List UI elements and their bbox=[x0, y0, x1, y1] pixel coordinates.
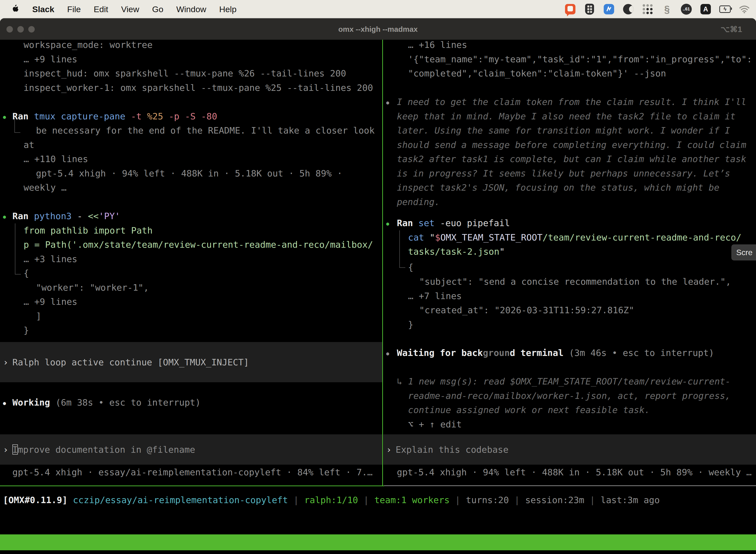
active-app-name[interactable]: Slack bbox=[32, 4, 54, 14]
thinking-line: is in progress? It seems likely but perh… bbox=[397, 166, 730, 181]
json-line: { bbox=[23, 266, 29, 280]
output-line: weekly … bbox=[23, 180, 66, 195]
chat-app-icon[interactable] bbox=[565, 3, 576, 15]
omx-status-bar: [OMX#0.11.9]cczip/essay/ai-reimplementat… bbox=[3, 493, 665, 507]
prompt-input-left[interactable]: ›Improve documentation in @filename bbox=[0, 434, 382, 465]
tmux-status-bar: [omx-cczip0:bash* "MacBook-Pro-44.local"… bbox=[0, 535, 756, 550]
truncation-line: … +9 lines bbox=[23, 295, 77, 309]
prompt-input-right[interactable]: ›Explain this codebase bbox=[383, 434, 756, 465]
thinking-bullet-icon: ● bbox=[386, 95, 397, 110]
prompt-placeholder: mprove documentation in @filename bbox=[18, 445, 195, 455]
model-status-line: gpt-5.4 xhigh · essay/ai-reimplementatio… bbox=[12, 465, 373, 480]
sync-app-icon[interactable] bbox=[603, 3, 615, 15]
mailbox-message-line: continue assigned work or next feasible … bbox=[408, 403, 650, 417]
truncation-line: … +16 lines bbox=[408, 38, 467, 52]
command-line: cat"$OMX_TEAM_STATE_ROOT/team/review-cur… bbox=[408, 230, 741, 245]
mailbox-message-line: readme-and-reco/mailbox/worker-1.json, a… bbox=[408, 389, 731, 403]
turns-counter: turns:20 bbox=[466, 495, 509, 505]
thinking-line: later. Using the same for transition mig… bbox=[397, 123, 730, 138]
output-connector bbox=[399, 230, 405, 268]
edit-shortcut-hint: ⌥ + ↑ edit bbox=[408, 417, 462, 432]
output-line: inspect_hud: omx sparkshell --tmux-pane … bbox=[23, 66, 346, 81]
ralph-loop-banner: ›Ralph loop active continue [OMX_TMUX_IN… bbox=[0, 342, 382, 382]
window-title-bar[interactable]: omx --xhigh --madmax ⌥⌘1 bbox=[0, 18, 756, 40]
json-line: } bbox=[23, 323, 29, 338]
ran-bullet-icon: ● bbox=[3, 210, 12, 224]
inactive-pane-border bbox=[384, 486, 756, 486]
ralph-loop-text: Ralph loop active continue [OMX_TMUX_INJ… bbox=[12, 357, 249, 367]
team-workers: team:1 workers bbox=[374, 495, 449, 505]
output-line: gpt-5.4 xhigh · 94% left · 488K in · 5.1… bbox=[36, 166, 342, 181]
window-shortcut-hint: ⌥⌘1 bbox=[720, 19, 742, 40]
apple-menu-icon[interactable] bbox=[11, 4, 19, 14]
waiting-bullet-icon: ● bbox=[386, 346, 397, 361]
window-title: omx --xhigh --madmax bbox=[0, 19, 756, 40]
prompt-chevron-icon: › bbox=[3, 445, 12, 455]
menu-view[interactable]: View bbox=[121, 4, 139, 14]
working-bullet-icon: ● bbox=[3, 396, 12, 410]
json-line: { bbox=[408, 260, 414, 275]
mailbox-message-line: ↳1 new msg(s): read $OMX_TEAM_STATE_ROOT… bbox=[397, 374, 731, 389]
contrast-app-icon[interactable] bbox=[623, 3, 634, 15]
tmux-pane-right[interactable]: … +16 lines '{"team_name":"my-team","tas… bbox=[383, 40, 756, 486]
model-status-line: gpt-5.4 xhigh · 94% left · 488K in · 5.1… bbox=[397, 465, 752, 480]
omx-session-path: cczip/essay/ai-reimplementation-copyleft bbox=[73, 495, 288, 505]
code-line: from pathlib import Path bbox=[23, 223, 152, 238]
chevron-icon: › bbox=[3, 357, 12, 367]
last-activity: last:3m ago bbox=[601, 495, 659, 505]
truncation-line: … +7 lines bbox=[408, 289, 462, 303]
json-line: } bbox=[408, 318, 414, 332]
thinking-line: should send a message before completing … bbox=[397, 138, 746, 152]
command-line: tasks/task-2.json" bbox=[408, 244, 505, 259]
screen-share-overlay: Scre bbox=[732, 244, 756, 260]
thinking-line: pending. bbox=[397, 195, 440, 209]
tmux-pane-left[interactable]: workspace_mode: worktree … +9 lines insp… bbox=[0, 40, 382, 486]
text-cursor: I bbox=[12, 445, 18, 455]
output-line: "completed","claim_token":"claim-token"}… bbox=[408, 66, 666, 81]
password-shield-icon[interactable] bbox=[584, 3, 595, 15]
json-line: "subject": "send a concise recommendatio… bbox=[419, 275, 731, 289]
ralph-counter: ralph:1/10 bbox=[304, 495, 358, 505]
json-line: "worker": "worker-1", bbox=[36, 280, 149, 295]
output-line: be necessary for the end of the README. … bbox=[36, 123, 375, 138]
thinking-line: keep that in mind. Maybe I also need the… bbox=[397, 109, 736, 124]
wifi-icon[interactable] bbox=[739, 3, 750, 15]
ran-command-line: ●Ranpython3-<<'PY' bbox=[3, 209, 120, 223]
output-line: workspace_mode: worktree bbox=[23, 38, 152, 52]
json-line: "created_at": "2026-03-31T11:59:27.816Z" bbox=[419, 303, 634, 318]
letter-badge-text: A bbox=[700, 4, 711, 14]
input-source-icon[interactable]: § bbox=[661, 3, 673, 15]
ran-command-line: ●Ranset-euo pipefail bbox=[386, 216, 510, 230]
output-line: inspect_worker-1: omx sparkshell --tmux-… bbox=[23, 81, 373, 95]
ran-bullet-icon: ● bbox=[386, 216, 397, 231]
menu-edit[interactable]: Edit bbox=[94, 4, 108, 14]
active-pane-border bbox=[0, 486, 384, 486]
prompt-placeholder: Explain this codebase bbox=[396, 445, 508, 455]
count-badge-icon[interactable]: ..61 bbox=[681, 3, 692, 15]
count-badge-text: ..61 bbox=[681, 4, 692, 15]
tmux-pane-divider bbox=[382, 40, 383, 486]
output-line: at bbox=[23, 138, 34, 152]
json-line: ] bbox=[36, 309, 42, 323]
session-time: session:23m bbox=[525, 495, 584, 505]
ran-command-line: ●Rantmux capture-pane-t%25-p-S-80 bbox=[3, 109, 217, 124]
prompt-chevron-icon: › bbox=[386, 445, 396, 455]
dots-grid-icon[interactable] bbox=[642, 3, 653, 15]
menu-go[interactable]: Go bbox=[152, 4, 163, 14]
battery-icon[interactable]: ϟ bbox=[719, 3, 731, 15]
code-line: p = Path('.omx/state/team/review-current… bbox=[23, 237, 373, 252]
truncation-line: … +3 lines bbox=[23, 252, 77, 266]
output-line: '{"team_name":"my-team","task_id":"1","f… bbox=[408, 52, 752, 66]
thinking-line: ●I need to get the claim token from the … bbox=[386, 95, 746, 109]
macos-menu-bar: Slack File Edit View Go Window Help § ..… bbox=[0, 0, 756, 18]
terminal-window: omx --xhigh --madmax ⌥⌘1 workspace_mode:… bbox=[0, 18, 756, 554]
truncation-line: … +9 lines bbox=[23, 52, 77, 66]
keyboard-a-icon[interactable]: A bbox=[700, 3, 711, 15]
menu-help[interactable]: Help bbox=[219, 4, 237, 14]
menu-file[interactable]: File bbox=[67, 4, 81, 14]
ran-bullet-icon: ● bbox=[3, 110, 12, 124]
menu-window[interactable]: Window bbox=[176, 4, 206, 14]
output-connector bbox=[15, 223, 21, 275]
output-connector bbox=[14, 118, 20, 133]
terminal-content: workspace_mode: worktree … +9 lines insp… bbox=[0, 40, 756, 554]
